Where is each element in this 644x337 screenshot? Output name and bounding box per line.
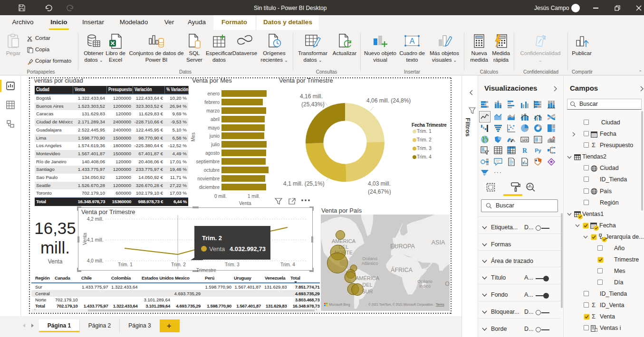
svg-text:© 2021 TomTom, © 2021 Microsof: © 2021 TomTom, © 2021 Microsoft Corporat… [368,303,433,307]
svg-text:Océano: Océano [362,256,377,261]
svg-text:R: R [522,147,528,154]
svg-text:Terms: Terms [436,303,444,306]
svg-text:Atlántico: Atlántico [362,261,378,266]
svg-text:EUROPA: EUROPA [390,243,415,250]
svg-text:AMERICA: AMERICA [332,238,356,244]
svg-text:Microsoft Bing: Microsoft Bing [329,303,350,307]
svg-text:12: 12 [550,139,554,143]
svg-text:AMÉRICA: AMÉRICA [356,275,380,281]
svg-text:DEL: DEL [362,282,372,288]
svg-text:Py: Py [535,148,541,153]
svg-text:Índico: Índico [419,284,431,289]
svg-text:O: O [445,281,450,287]
svg-text:ASIA: ASIA [432,239,445,246]
svg-text:123: 123 [522,138,528,141]
svg-text:ÁFRICA: ÁFRICA [391,266,413,273]
svg-text:Océano: Océano [417,279,433,284]
svg-text:A: A [410,37,415,45]
